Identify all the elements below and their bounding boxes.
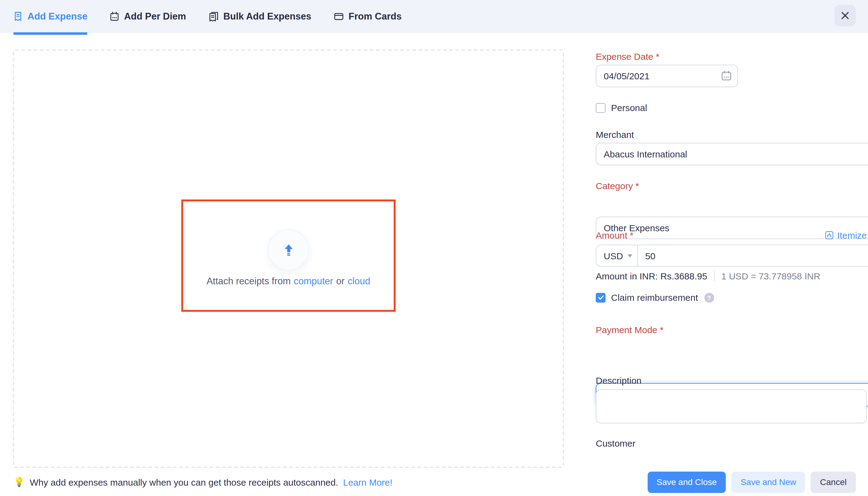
tip-text: Why add expenses manually when you can g… [30,477,338,487]
merchant-select[interactable]: Abacus International [596,143,868,165]
tab-add-expense[interactable]: Add Expense [13,0,87,33]
description-input[interactable] [596,389,867,423]
tab-label: Bulk Add Expenses [224,11,311,22]
tab-label: Add Expense [28,11,87,22]
tab-from-cards[interactable]: From Cards [334,0,402,33]
add-expense-modal: Add Expense Add Per Diem Bulk Add Expe [0,0,868,496]
upload-arrow-icon [280,242,296,258]
exchange-rate: 1 USD = 73.778958 INR [721,270,820,281]
close-button[interactable] [834,5,856,26]
help-icon[interactable]: ? [704,293,714,302]
required-mark: * [636,181,639,191]
itemize-link[interactable]: Itemize [824,230,867,241]
tab-bulk-add-expenses[interactable]: Bulk Add Expenses [209,0,311,33]
tab-label: From Cards [349,11,402,22]
attach-computer-link[interactable]: computer [294,276,333,287]
personal-checkbox[interactable] [596,103,606,112]
cancel-button[interactable]: Cancel [811,471,856,493]
expense-date-input[interactable] [596,65,738,87]
tab-bar: Add Expense Add Per Diem Bulk Add Expe [0,0,868,33]
learn-more-link[interactable]: Learn More! [343,477,393,487]
lightbulb-icon: 💡 [13,477,25,487]
footer-bar: 💡 Why add expenses manually when you can… [0,468,868,496]
autoscan-tip: 💡 Why add expenses manually when you can… [13,477,393,487]
customer-label: Customer [596,438,636,448]
caret-down-icon [627,254,632,257]
claim-reimbursement-checkbox[interactable] [596,293,606,302]
calendar-picker-icon[interactable] [721,70,732,81]
exchange-rate-line: Amount in INR: Rs.3688.95 1 USD = 73.778… [596,270,867,281]
amount-label: Amount * [596,230,633,241]
attach-prefix: Attach receipts from [207,276,291,287]
personal-label: Personal [611,103,647,113]
required-mark: * [630,230,634,241]
credit-card-icon [334,12,344,21]
receipts-stack-icon [209,11,218,22]
expense-date-label: Expense Date * [596,51,867,62]
merchant-label: Merchant [596,129,634,140]
close-icon [840,11,850,20]
save-and-close-button[interactable]: Save and Close [648,471,726,493]
description-label: Description [596,375,641,386]
attach-cloud-link[interactable]: cloud [348,276,370,287]
attach-or-text: or [336,276,345,287]
required-mark: * [656,51,659,62]
claim-reimbursement-label: Claim reimbursement [611,292,698,303]
category-label: Category * [596,181,867,191]
converted-amount: Amount in INR: Rs.3688.95 [596,270,707,281]
tab-label: Add Per Diem [124,11,186,22]
attach-receipts-text: Attach receipts from computer or cloud [153,276,424,287]
currency-value: USD [604,250,623,261]
upload-circle[interactable] [268,229,309,270]
required-mark: * [660,325,664,335]
tab-add-per-diem[interactable]: Add Per Diem [110,0,186,33]
currency-select[interactable]: USD [596,245,638,266]
footer-buttons: Save and Close Save and New Cancel [648,471,856,493]
calendar-icon [110,12,119,21]
divider [714,270,715,281]
save-and-new-button[interactable]: Save and New [732,471,805,493]
itemize-icon [824,231,834,240]
merchant-value: Abacus International [604,149,687,159]
payment-mode-label: Payment Mode * [596,325,867,336]
receipt-icon [13,12,22,21]
amount-input[interactable] [638,245,868,266]
